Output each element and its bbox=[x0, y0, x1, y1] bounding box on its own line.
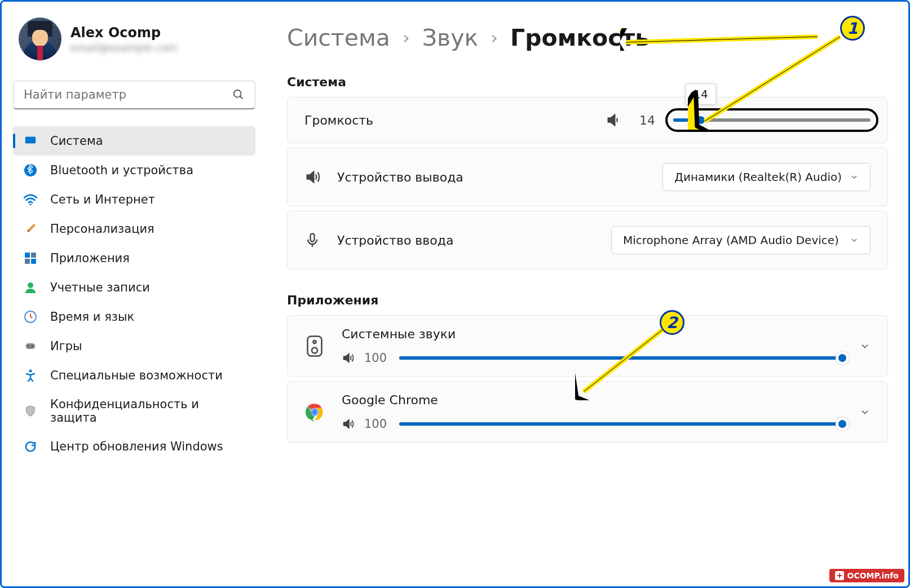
chrome-icon bbox=[304, 399, 325, 426]
chevron-down-icon[interactable] bbox=[859, 341, 871, 352]
svg-rect-12 bbox=[26, 343, 36, 349]
chevron-down-icon bbox=[850, 236, 859, 245]
nav-item-personalization[interactable]: Персонализация bbox=[13, 214, 255, 244]
nav-item-accessibility[interactable]: Специальные возможности bbox=[13, 361, 255, 390]
app-card-chrome: Google Chrome 100 bbox=[287, 381, 888, 443]
svg-point-10 bbox=[28, 282, 33, 288]
app-name: Системные звуки bbox=[342, 327, 842, 341]
app-volume-slider[interactable] bbox=[399, 356, 842, 360]
accessibility-icon bbox=[23, 368, 38, 383]
watermark: OCOMP.info bbox=[829, 569, 905, 582]
nav-label: Учетные записи bbox=[50, 281, 150, 294]
main-content: Система › Звук › Громкость Система Громк… bbox=[267, 2, 908, 586]
apps-icon bbox=[23, 251, 38, 266]
app-name: Google Chrome bbox=[342, 393, 842, 407]
app-volume-slider[interactable] bbox=[399, 422, 842, 426]
user-account-block[interactable]: Alex Ocomp email@example.com bbox=[13, 17, 255, 60]
app-volume-value: 100 bbox=[364, 417, 389, 431]
nav-label: Система bbox=[50, 134, 103, 148]
nav-label: Bluetooth и устройства bbox=[50, 163, 193, 177]
nav-label: Приложения bbox=[50, 251, 130, 265]
output-device-selected: Динамики (Realtek(R) Audio) bbox=[674, 170, 842, 184]
output-device-dropdown[interactable]: Динамики (Realtek(R) Audio) bbox=[662, 163, 871, 191]
update-icon bbox=[23, 439, 38, 454]
app-card-system-sounds: Системные звуки 100 bbox=[287, 315, 888, 377]
speaker-icon[interactable] bbox=[342, 352, 354, 364]
section-title-system: Система bbox=[287, 75, 888, 89]
breadcrumb-system[interactable]: Система bbox=[287, 24, 390, 51]
monitor-icon bbox=[23, 134, 38, 148]
breadcrumb: Система › Звук › Громкость bbox=[287, 24, 888, 51]
input-device-label: Устройство ввода bbox=[337, 233, 453, 247]
svg-rect-7 bbox=[31, 253, 36, 258]
chevron-down-icon bbox=[850, 173, 859, 182]
svg-point-5 bbox=[29, 204, 31, 205]
section-title-apps: Приложения bbox=[287, 293, 888, 307]
speaker-loud-icon bbox=[304, 169, 320, 185]
svg-rect-3 bbox=[25, 142, 36, 143]
shield-icon bbox=[23, 404, 38, 418]
svg-point-15 bbox=[29, 370, 32, 373]
breadcrumb-sound[interactable]: Звук bbox=[422, 24, 478, 51]
svg-point-14 bbox=[32, 345, 33, 347]
nav-label: Игры bbox=[50, 339, 82, 353]
volume-slider[interactable] bbox=[673, 118, 871, 122]
wifi-icon bbox=[23, 192, 38, 207]
svg-point-13 bbox=[28, 345, 29, 347]
svg-point-23 bbox=[312, 409, 317, 414]
nav-label: Конфиденциальность и защита bbox=[50, 397, 245, 425]
sidebar: Alex Ocomp email@example.com Система Blu… bbox=[2, 2, 267, 586]
svg-point-0 bbox=[234, 90, 241, 98]
nav-label: Сеть и Интернет bbox=[50, 193, 155, 206]
chevron-right-icon: › bbox=[491, 27, 498, 48]
volume-card: Громкость 14 14 bbox=[287, 97, 888, 143]
user-name: Alex Ocomp bbox=[70, 25, 177, 41]
person-icon bbox=[23, 280, 38, 295]
nav-label: Время и язык bbox=[50, 310, 134, 324]
output-device-label: Устройство вывода bbox=[337, 170, 463, 184]
app-volume-value: 100 bbox=[364, 351, 389, 365]
brush-icon bbox=[23, 222, 38, 236]
svg-point-19 bbox=[312, 347, 317, 353]
speaker-icon[interactable] bbox=[342, 418, 354, 430]
svg-line-1 bbox=[240, 96, 243, 99]
input-device-card: Устройство ввода Microphone Array (AMD A… bbox=[287, 211, 888, 269]
svg-rect-8 bbox=[25, 259, 30, 264]
avatar bbox=[19, 17, 61, 60]
search-icon bbox=[232, 89, 245, 101]
nav-item-bluetooth[interactable]: Bluetooth и устройства bbox=[13, 156, 255, 185]
nav-item-system[interactable]: Система bbox=[13, 126, 255, 156]
nav-list: Система Bluetooth и устройства Сеть и Ин… bbox=[13, 126, 255, 461]
breadcrumb-current: Громкость bbox=[510, 24, 650, 51]
nav-item-time[interactable]: Время и язык bbox=[13, 302, 255, 331]
search-input[interactable] bbox=[24, 88, 232, 101]
slider-tooltip: 14 bbox=[685, 83, 716, 105]
gamepad-icon bbox=[23, 339, 38, 353]
nav-item-update[interactable]: Центр обновления Windows bbox=[13, 432, 255, 461]
nav-item-apps[interactable]: Приложения bbox=[13, 244, 255, 273]
nav-label: Специальные возможности bbox=[50, 369, 223, 382]
clock-icon bbox=[23, 310, 38, 324]
chevron-down-icon[interactable] bbox=[859, 406, 871, 418]
volume-value: 14 bbox=[639, 113, 655, 127]
svg-point-4 bbox=[24, 164, 37, 176]
nav-item-network[interactable]: Сеть и Интернет bbox=[13, 185, 255, 214]
chevron-right-icon: › bbox=[403, 27, 410, 48]
nav-item-gaming[interactable]: Игры bbox=[13, 331, 255, 361]
nav-item-privacy[interactable]: Конфиденциальность и защита bbox=[13, 390, 255, 432]
speaker-device-icon bbox=[304, 333, 325, 360]
speaker-icon[interactable] bbox=[606, 112, 621, 128]
input-device-selected: Microphone Array (AMD Audio Device) bbox=[623, 233, 839, 247]
search-box[interactable] bbox=[13, 81, 255, 109]
svg-rect-9 bbox=[31, 259, 36, 264]
svg-rect-6 bbox=[25, 253, 30, 258]
svg-rect-16 bbox=[311, 233, 315, 241]
bluetooth-icon bbox=[23, 163, 38, 178]
output-device-card: Устройство вывода Динамики (Realtek(R) A… bbox=[287, 148, 888, 206]
volume-slider-wrap: 14 bbox=[673, 118, 871, 122]
nav-label: Персонализация bbox=[50, 222, 154, 236]
svg-point-18 bbox=[313, 341, 316, 343]
nav-item-accounts[interactable]: Учетные записи bbox=[13, 273, 255, 302]
input-device-dropdown[interactable]: Microphone Array (AMD Audio Device) bbox=[611, 226, 871, 254]
nav-label: Центр обновления Windows bbox=[50, 440, 223, 453]
